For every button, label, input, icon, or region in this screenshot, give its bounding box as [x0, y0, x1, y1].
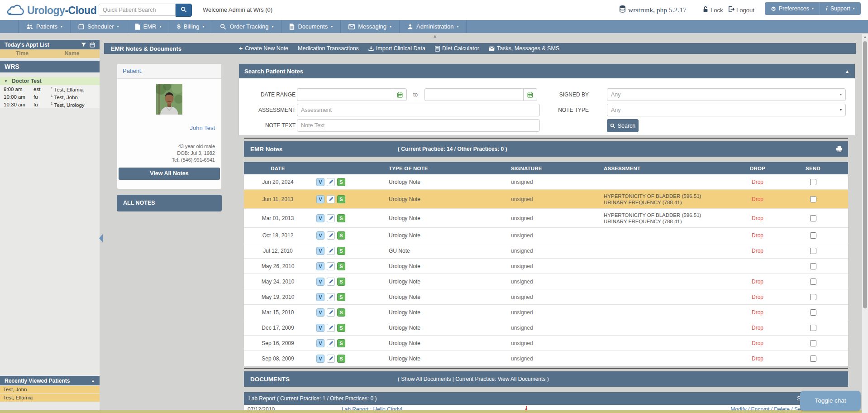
send-checkbox[interactable] [810, 355, 816, 362]
send-checkbox[interactable] [810, 294, 816, 300]
sidebar-collapse-handle[interactable] [99, 234, 103, 242]
edit-note-icon[interactable] [327, 355, 335, 363]
scrollbar-thumb[interactable] [863, 41, 867, 308]
appointment-row[interactable]: 10:30 am fu 1Test, Urology [0, 101, 100, 108]
drop-link[interactable]: Drop [737, 248, 778, 254]
drop-link[interactable]: Drop [737, 325, 778, 331]
date-to-input[interactable] [424, 88, 523, 101]
edit-note-icon[interactable] [327, 195, 335, 203]
send-checkbox[interactable] [810, 279, 816, 285]
doctor-group-row[interactable]: ▼ Doctor Test [0, 77, 100, 85]
edit-note-icon[interactable] [327, 324, 335, 332]
collapse-up-icon[interactable]: ▲ [845, 69, 855, 74]
sign-note-icon[interactable]: S [337, 214, 345, 222]
send-checkbox[interactable] [810, 325, 816, 331]
view-note-icon[interactable]: V [316, 324, 324, 332]
collapse-up-icon[interactable]: ▲ [433, 34, 437, 38]
recent-patient-row[interactable]: Test, John [0, 386, 100, 394]
view-note-icon[interactable]: V [316, 293, 324, 301]
tasks-messages-sms-button[interactable]: Tasks, Messages & SMS [489, 45, 559, 52]
create-new-note-button[interactable]: + Create New Note [239, 45, 288, 52]
drop-link[interactable]: Drop [737, 196, 778, 202]
send-checkbox[interactable] [810, 340, 816, 346]
nav-scheduler[interactable]: Scheduler ▾ [71, 20, 127, 33]
edit-note-icon[interactable] [327, 278, 335, 286]
sign-note-icon[interactable]: S [337, 195, 345, 203]
import-clinical-data-button[interactable]: Import Clinical Data [368, 45, 425, 52]
drop-link[interactable]: Drop [737, 232, 778, 239]
quick-patient-search-input[interactable] [99, 4, 176, 16]
sign-note-icon[interactable]: S [337, 178, 345, 186]
date-from-input[interactable] [297, 88, 393, 101]
view-note-icon[interactable]: V [316, 178, 324, 186]
view-note-icon[interactable]: V [316, 278, 324, 286]
view-note-icon[interactable]: V [316, 247, 324, 255]
view-all-notes-button[interactable]: View All Notes [119, 168, 220, 180]
nav-billing[interactable]: $ Billing ▾ [169, 20, 212, 33]
sign-note-icon[interactable]: S [337, 324, 345, 332]
note-type-select[interactable]: Any ▾ [607, 104, 846, 116]
sign-note-icon[interactable]: S [337, 278, 345, 286]
view-note-icon[interactable]: V [316, 195, 324, 203]
edit-note-icon[interactable] [327, 293, 335, 301]
drop-link[interactable]: Drop [737, 355, 778, 362]
note-text-input[interactable] [297, 119, 540, 132]
edit-note-icon[interactable] [327, 308, 335, 317]
edit-note-icon[interactable] [327, 231, 335, 240]
send-checkbox[interactable] [810, 248, 816, 254]
sign-note-icon[interactable]: S [337, 262, 345, 270]
sign-note-icon[interactable]: S [337, 308, 345, 317]
edit-note-icon[interactable] [327, 339, 335, 347]
diet-calculator-button[interactable]: Diet Calculator [435, 45, 479, 52]
recently-viewed-header[interactable]: Recently Viewed Patients ▲ [0, 376, 100, 385]
send-checkbox[interactable] [810, 196, 816, 202]
nav-patients[interactable]: Patients ▾ [18, 20, 71, 33]
view-note-icon[interactable]: V [316, 262, 324, 270]
nav-messaging[interactable]: Messaging ▾ [341, 20, 400, 33]
sign-note-icon[interactable]: S [337, 231, 345, 240]
send-checkbox[interactable] [810, 179, 816, 185]
app-logo[interactable]: Urology-Cloud [5, 3, 96, 18]
nav-emr[interactable]: EMR ▾ [127, 20, 170, 33]
appointment-row[interactable]: 9:00 am est 1Test, Ellamia [0, 85, 100, 93]
view-note-icon[interactable]: V [316, 231, 324, 240]
all-notes-button[interactable]: ALL NOTES [117, 195, 222, 211]
search-notes-button[interactable]: Search [607, 119, 639, 132]
drop-link[interactable]: Drop [737, 215, 778, 221]
signed-by-select[interactable]: Any ▾ [607, 88, 846, 101]
drop-link[interactable]: Drop [737, 179, 778, 185]
view-note-icon[interactable]: V [316, 355, 324, 363]
support-button[interactable]: i Support ▾ [820, 2, 860, 15]
send-checkbox[interactable] [810, 309, 816, 316]
edit-note-icon[interactable] [327, 247, 335, 255]
sign-note-icon[interactable]: S [337, 247, 345, 255]
logout-button[interactable]: Logout [728, 6, 754, 14]
view-note-icon[interactable]: V [316, 339, 324, 347]
edit-note-icon[interactable] [327, 262, 335, 270]
preferences-button[interactable]: ⚙ Preferences ▾ [765, 2, 820, 15]
send-checkbox[interactable] [810, 232, 816, 239]
drop-link[interactable]: Drop [737, 279, 778, 285]
drop-link[interactable]: Drop [737, 309, 778, 316]
nav-documents[interactable]: Documents ▾ [281, 20, 341, 33]
view-note-icon[interactable]: V [316, 214, 324, 222]
filter-icon[interactable] [81, 42, 86, 48]
search-button[interactable] [176, 4, 192, 17]
send-checkbox[interactable] [810, 263, 816, 269]
scroll-up-icon[interactable]: ▲ [862, 34, 868, 40]
calendar-icon[interactable] [393, 88, 407, 101]
edit-note-icon[interactable] [327, 178, 335, 186]
assessment-input[interactable] [297, 104, 540, 116]
sign-note-icon[interactable]: S [337, 293, 345, 301]
recent-patient-row[interactable]: Test, Ellamia [0, 394, 100, 402]
drop-link[interactable]: Drop [737, 340, 778, 346]
view-note-icon[interactable]: V [316, 308, 324, 317]
calendar-icon[interactable] [523, 88, 537, 101]
sign-note-icon[interactable]: S [337, 339, 345, 347]
edit-note-icon[interactable] [327, 214, 335, 222]
toggle-chat-button[interactable]: Toggle chat [800, 391, 861, 411]
calendar-icon[interactable] [90, 42, 95, 48]
medication-transactions-button[interactable]: Medication Transactions [298, 45, 359, 52]
nav-order-tracking[interactable]: Order Tracking ▾ [212, 20, 281, 33]
appointment-row[interactable]: 10:00 am fu 1Test, John [0, 93, 100, 101]
